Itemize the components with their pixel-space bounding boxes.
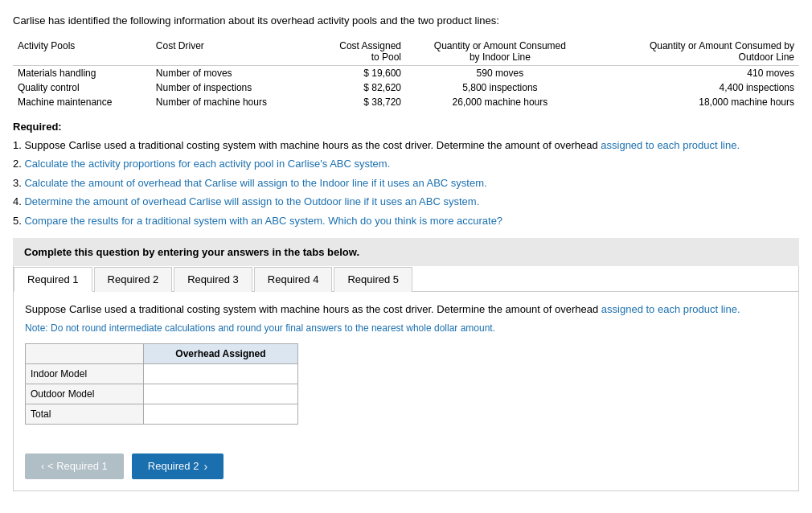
note-text: Note: Do not round intermediate calculat… — [25, 322, 787, 334]
required-title: Required: — [13, 121, 799, 133]
next-chevron-icon: › — [203, 460, 207, 473]
outdoor-input[interactable] — [149, 388, 293, 400]
outdoor-row: Outdoor Model — [26, 384, 298, 404]
total-row: Total — [26, 404, 298, 424]
complete-box: Complete this question by entering your … — [13, 238, 799, 266]
tab-required-4[interactable]: Required 4 — [254, 267, 333, 292]
col-header-driver: Cost Driver — [151, 39, 311, 66]
required-section: Required: 1. Suppose Carlise used a trad… — [13, 121, 799, 229]
cost-1: $ 19,600 — [311, 65, 406, 80]
indoor-value-cell[interactable] — [143, 363, 297, 384]
tab-required-1[interactable]: Required 1 — [14, 267, 92, 292]
driver-2: Number of inspections — [151, 80, 311, 95]
outdoor-2: 4,400 inspections — [594, 80, 799, 95]
col-header-activity: Activity Pools — [13, 39, 151, 66]
col-header-cost: Cost Assignedto Pool — [311, 39, 406, 66]
indoor-row: Indoor Model — [26, 363, 298, 384]
total-label: Total — [26, 404, 144, 424]
tabs-row: Required 1 Required 2 Required 3 Require… — [14, 266, 798, 292]
tab-description: Suppose Carlise used a traditional costi… — [25, 302, 787, 318]
total-value-cell[interactable] — [143, 404, 297, 424]
prev-chevron-icon: ‹ — [41, 460, 44, 472]
table-row: Machine maintenance Number of machine ho… — [13, 95, 799, 109]
activity-3: Machine maintenance — [13, 95, 151, 109]
indoor-2: 5,800 inspections — [406, 80, 594, 95]
total-input[interactable] — [149, 408, 293, 421]
table-row: Materials handling Number of moves $ 19,… — [13, 65, 799, 80]
outdoor-1: 410 moves — [594, 65, 799, 80]
required-item-5: 5. Compare the results for a traditional… — [13, 213, 799, 229]
cost-3: $ 38,720 — [311, 95, 406, 109]
col-header-indoor: Quantity or Amount Consumedby Indoor Lin… — [406, 39, 594, 66]
tab-required-2[interactable]: Required 2 — [94, 267, 173, 292]
tabs-container: Required 1 Required 2 Required 3 Require… — [13, 266, 799, 491]
required-item-1: 1. Suppose Carlise used a traditional co… — [13, 137, 799, 154]
required-item-4: 4. Determine the amount of overhead Carl… — [13, 194, 799, 210]
overhead-assigned-header: Overhead Assigned — [143, 343, 297, 363]
answer-table: Overhead Assigned Indoor Model Outdoor M… — [25, 343, 298, 425]
activity-1: Materials handling — [13, 65, 151, 80]
nav-buttons: ‹ < Required 1 Required 2 › — [14, 453, 798, 490]
required-list: 1. Suppose Carlise used a traditional co… — [13, 137, 799, 229]
indoor-label: Indoor Model — [26, 363, 144, 384]
indoor-1: 590 moves — [406, 65, 594, 80]
required-item-2: 2. Calculate the activity proportions fo… — [13, 156, 799, 172]
next-label: Required 2 — [148, 460, 199, 472]
tab-required-5[interactable]: Required 5 — [334, 267, 412, 292]
intro-text: Carlise has identified the following inf… — [13, 13, 799, 29]
info-table: Activity Pools Cost Driver Cost Assigned… — [13, 39, 799, 109]
cost-2: $ 82,620 — [311, 80, 406, 95]
col-header-outdoor: Quantity or Amount Consumed byOutdoor Li… — [594, 39, 799, 66]
driver-3: Number of machine hours — [151, 95, 311, 109]
prev-label: < Required 1 — [47, 460, 108, 472]
outdoor-label: Outdoor Model — [26, 384, 144, 404]
table-row: Quality control Number of inspections $ … — [13, 80, 799, 95]
next-button[interactable]: Required 2 › — [132, 453, 224, 479]
tab-required-3[interactable]: Required 3 — [174, 267, 252, 292]
driver-1: Number of moves — [151, 65, 311, 80]
required-item-3: 3. Calculate the amount of overhead that… — [13, 175, 799, 191]
indoor-input[interactable] — [149, 367, 293, 380]
outdoor-value-cell[interactable] — [143, 384, 297, 404]
tab-content: Suppose Carlise used a traditional costi… — [14, 292, 798, 447]
prev-button[interactable]: ‹ < Required 1 — [25, 453, 124, 479]
indoor-3: 26,000 machine hours — [406, 95, 594, 109]
outdoor-3: 18,000 machine hours — [594, 95, 799, 109]
activity-2: Quality control — [13, 80, 151, 95]
empty-header — [26, 343, 144, 363]
